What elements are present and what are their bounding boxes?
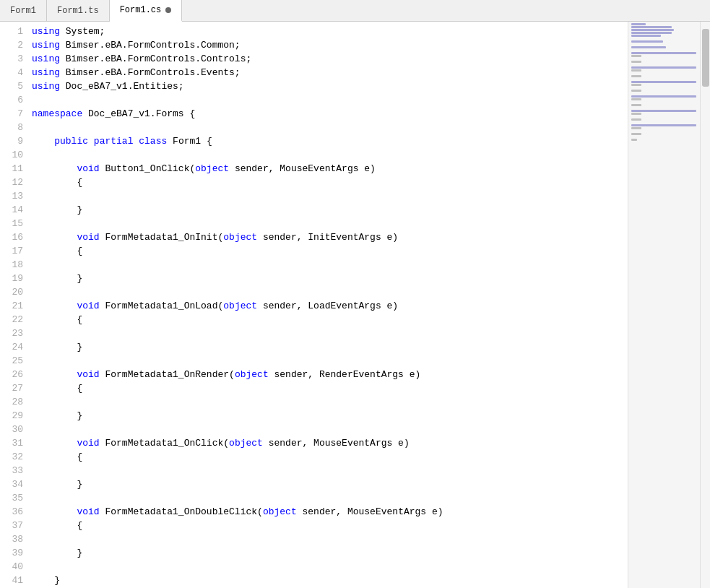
line-number-7: 7 bbox=[0, 107, 23, 121]
code-line-10 bbox=[32, 148, 628, 162]
line-number-12: 12 bbox=[0, 176, 23, 189]
code-line-20 bbox=[32, 285, 628, 299]
code-line-22: { bbox=[32, 313, 628, 327]
line-number-9: 9 bbox=[0, 134, 23, 148]
minimap-line-4 bbox=[631, 32, 672, 34]
code-line-36: void FormMetadata1_OnDoubleClick(object … bbox=[32, 505, 628, 519]
line-number-28: 28 bbox=[0, 395, 23, 409]
line-number-21: 21 bbox=[0, 299, 23, 313]
tab-bar: Form1 Form1.ts Form1.cs bbox=[0, 0, 710, 22]
line-number-29: 29 bbox=[0, 409, 23, 423]
code-line-17: { bbox=[32, 244, 628, 258]
line-number-30: 30 bbox=[0, 423, 23, 436]
minimap-line-32 bbox=[631, 113, 641, 115]
modified-indicator bbox=[165, 7, 171, 13]
code-line-40 bbox=[32, 560, 628, 574]
code-line-12: { bbox=[32, 176, 628, 189]
line-number-16: 16 bbox=[0, 230, 23, 244]
code-line-14: } bbox=[32, 203, 628, 217]
minimap-line-5 bbox=[631, 35, 661, 37]
minimap-line-3 bbox=[631, 29, 674, 31]
code-line-13 bbox=[32, 189, 628, 203]
line-number-22: 22 bbox=[0, 313, 23, 327]
minimap-line-29 bbox=[631, 104, 641, 106]
line-number-20: 20 bbox=[0, 285, 23, 299]
minimap-line-26 bbox=[631, 95, 696, 98]
minimap-line-37 bbox=[631, 127, 641, 129]
minimap-line-19 bbox=[631, 75, 641, 77]
scrollbar-area[interactable] bbox=[700, 22, 710, 588]
tab-form1-ts[interactable]: Form1.ts bbox=[47, 0, 110, 21]
minimap-line-34 bbox=[631, 118, 641, 121]
line-number-5: 5 bbox=[0, 79, 23, 93]
code-line-41: } bbox=[32, 574, 628, 587]
code-line-3: using Bimser.eBA.FormControls.Controls; bbox=[32, 52, 628, 66]
code-line-16: void FormMetadata1_OnInit(object sender,… bbox=[32, 230, 628, 244]
code-line-8 bbox=[32, 121, 628, 134]
code-line-18 bbox=[32, 258, 628, 272]
tab-form1-ts-label: Form1.ts bbox=[57, 6, 99, 16]
line-number-32: 32 bbox=[0, 450, 23, 464]
code-line-15 bbox=[32, 217, 628, 230]
code-line-4: using Bimser.eBA.FormControls.Events; bbox=[32, 66, 628, 79]
code-line-24: } bbox=[32, 340, 628, 354]
minimap-line-12 bbox=[631, 55, 641, 57]
code-line-6 bbox=[32, 93, 628, 107]
tab-form1-label: Form1 bbox=[10, 6, 36, 16]
code-line-38 bbox=[32, 532, 628, 546]
line-number-23: 23 bbox=[0, 327, 23, 340]
line-number-10: 10 bbox=[0, 148, 23, 162]
minimap-line-36 bbox=[631, 124, 696, 126]
minimap-line-31 bbox=[631, 110, 696, 112]
minimap-line-24 bbox=[631, 90, 641, 92]
code-line-7: namespace Doc_eBA7_v1.Forms { bbox=[32, 107, 628, 121]
minimap-line-21 bbox=[631, 81, 696, 83]
line-number-13: 13 bbox=[0, 189, 23, 203]
code-line-27: { bbox=[32, 381, 628, 395]
code-line-11: void Button1_OnClick(object sender, Mous… bbox=[32, 162, 628, 176]
tab-form1-cs[interactable]: Form1.cs bbox=[110, 0, 183, 22]
code-line-39: } bbox=[32, 546, 628, 560]
line-number-1: 1 bbox=[0, 25, 23, 38]
minimap-line-16 bbox=[631, 66, 696, 69]
code-line-9: public partial class Form1 { bbox=[32, 134, 628, 148]
minimap-line-2 bbox=[631, 26, 672, 28]
line-number-25: 25 bbox=[0, 354, 23, 368]
minimap-line-27 bbox=[631, 98, 641, 100]
line-number-35: 35 bbox=[0, 491, 23, 505]
code-area[interactable]: using System;using Bimser.eBA.FormContro… bbox=[29, 22, 628, 588]
code-line-32: { bbox=[32, 450, 628, 464]
code-line-33 bbox=[32, 464, 628, 477]
line-number-8: 8 bbox=[0, 121, 23, 134]
line-number-40: 40 bbox=[0, 560, 23, 574]
code-line-35 bbox=[32, 491, 628, 505]
code-line-26: void FormMetadata1_OnRender(object sende… bbox=[32, 368, 628, 381]
line-number-14: 14 bbox=[0, 203, 23, 217]
line-number-34: 34 bbox=[0, 477, 23, 491]
code-line-37: { bbox=[32, 519, 628, 532]
code-line-31: void FormMetadata1_OnClick(object sender… bbox=[32, 436, 628, 450]
line-number-24: 24 bbox=[0, 340, 23, 354]
code-line-28 bbox=[32, 395, 628, 409]
line-number-17: 17 bbox=[0, 244, 23, 258]
line-numbers: 1234567891011121314151617181920212223242… bbox=[0, 22, 29, 588]
line-number-11: 11 bbox=[0, 162, 23, 176]
minimap-line-14 bbox=[631, 61, 641, 63]
line-number-15: 15 bbox=[0, 217, 23, 230]
line-number-36: 36 bbox=[0, 505, 23, 519]
code-line-2: using Bimser.eBA.FormControls.Common; bbox=[32, 38, 628, 52]
minimap-line-17 bbox=[631, 69, 641, 72]
line-number-19: 19 bbox=[0, 272, 23, 285]
line-number-38: 38 bbox=[0, 532, 23, 546]
minimap-line-7 bbox=[631, 40, 663, 43]
code-line-25 bbox=[32, 354, 628, 368]
tab-form1-cs-label: Form1.cs bbox=[120, 5, 162, 15]
editor-container: 1234567891011121314151617181920212223242… bbox=[0, 22, 710, 588]
minimap-line-22 bbox=[631, 84, 641, 86]
line-number-33: 33 bbox=[0, 464, 23, 477]
tab-form1[interactable]: Form1 bbox=[0, 0, 47, 21]
line-number-18: 18 bbox=[0, 258, 23, 272]
scrollbar-thumb[interactable] bbox=[702, 29, 709, 87]
minimap-line-1 bbox=[631, 23, 646, 25]
code-line-29: } bbox=[32, 409, 628, 423]
